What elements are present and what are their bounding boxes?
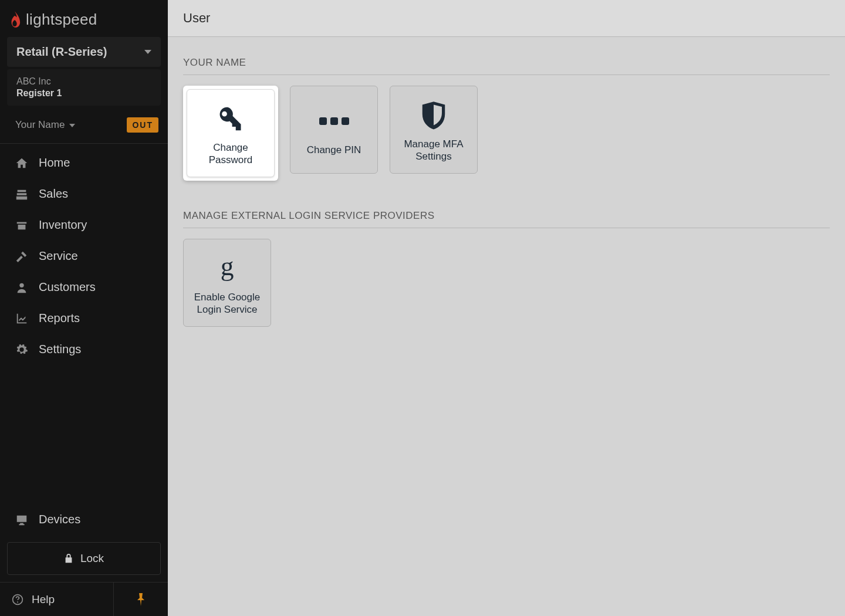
nav-label: Inventory	[39, 218, 87, 232]
svg-point-2	[17, 601, 18, 603]
nav-label: Reports	[39, 312, 80, 325]
hammer-icon	[15, 250, 28, 263]
tile-label: Manage MFA Settings	[395, 138, 472, 163]
user-row: Your Name OUT	[0, 106, 168, 143]
chart-icon	[15, 312, 28, 325]
nav-item-inventory[interactable]: Inventory	[0, 209, 168, 241]
page-content: YOUR NAME Change Password Change PIN	[168, 37, 845, 376]
register-block[interactable]: ABC Inc Register 1	[7, 69, 161, 106]
box-icon	[15, 219, 28, 232]
user-menu[interactable]: Your Name	[15, 119, 75, 131]
lock-button[interactable]: Lock	[7, 542, 161, 575]
google-icon: g	[211, 250, 244, 286]
tile-label: Enable Google Login Service	[188, 291, 266, 316]
nav-label: Sales	[39, 187, 68, 201]
help-label: Help	[32, 593, 55, 606]
nav-item-reports[interactable]: Reports	[0, 303, 168, 334]
tile-label: Change Password	[192, 141, 269, 167]
flame-icon	[8, 11, 21, 29]
main-area: User YOUR NAME Change Password Change PI…	[168, 0, 845, 616]
section-heading-external-providers: MANAGE EXTERNAL LOGIN SERVICE PROVIDERS	[183, 210, 830, 228]
main-nav: Home Sales Inventory Service Customers R…	[0, 144, 168, 368]
nav-label: Devices	[39, 513, 80, 526]
tile-change-pin[interactable]: Change PIN	[290, 86, 378, 174]
brand-name: lightspeed	[26, 11, 97, 29]
user-icon	[15, 281, 28, 294]
nav-label: Settings	[39, 343, 81, 356]
pin-icon	[136, 593, 146, 606]
pin-sidebar-button[interactable]	[114, 583, 168, 616]
nav-item-home[interactable]: Home	[0, 147, 168, 178]
help-icon	[12, 594, 23, 605]
home-icon	[15, 157, 28, 170]
register-name: Register 1	[16, 88, 151, 99]
tiles-row: g Enable Google Login Service	[183, 239, 830, 327]
nav-label: Service	[39, 249, 78, 263]
nav-label: Home	[39, 156, 70, 170]
bottom-bar: Help	[0, 582, 168, 616]
page-title: User	[183, 11, 210, 25]
tile-label: Change PIN	[307, 144, 361, 156]
nav-item-settings[interactable]: Settings	[0, 334, 168, 365]
tile-highlight-wrapper: Change Password	[183, 86, 278, 181]
tile-enable-google-login[interactable]: g Enable Google Login Service	[183, 239, 271, 327]
lock-icon	[64, 553, 73, 564]
tile-manage-mfa[interactable]: Manage MFA Settings	[390, 86, 478, 174]
svg-point-0	[19, 283, 23, 287]
sidebar: lightspeed Retail (R-Series) ABC Inc Reg…	[0, 0, 168, 616]
brand-logo[interactable]: lightspeed	[0, 0, 168, 37]
page-header: User	[168, 0, 845, 37]
tiles-row: Change Password Change PIN Manage MFA Se…	[183, 86, 830, 181]
key-icon	[214, 100, 247, 137]
lock-label: Lock	[80, 552, 104, 565]
chevron-down-icon	[69, 124, 75, 127]
nav-item-devices[interactable]: Devices	[0, 504, 168, 535]
pin-dots-icon	[319, 103, 349, 139]
nav-item-service[interactable]: Service	[0, 241, 168, 272]
monitor-icon	[15, 513, 28, 526]
product-selector[interactable]: Retail (R-Series)	[7, 37, 161, 67]
product-selector-label: Retail (R-Series)	[16, 45, 107, 59]
help-button[interactable]: Help	[0, 583, 114, 616]
nav-item-customers[interactable]: Customers	[0, 272, 168, 303]
nav-item-sales[interactable]: Sales	[0, 178, 168, 209]
gear-icon	[15, 343, 28, 356]
company-name: ABC Inc	[16, 76, 151, 87]
svg-text:g: g	[221, 252, 234, 281]
user-name-label: Your Name	[15, 119, 65, 131]
shield-icon	[417, 97, 450, 133]
register-icon	[15, 188, 28, 201]
clock-out-badge[interactable]: OUT	[127, 117, 158, 133]
tile-change-password[interactable]: Change Password	[187, 89, 275, 177]
chevron-down-icon	[144, 50, 151, 54]
nav-label: Customers	[39, 280, 96, 294]
section-heading-your-name: YOUR NAME	[183, 57, 830, 75]
